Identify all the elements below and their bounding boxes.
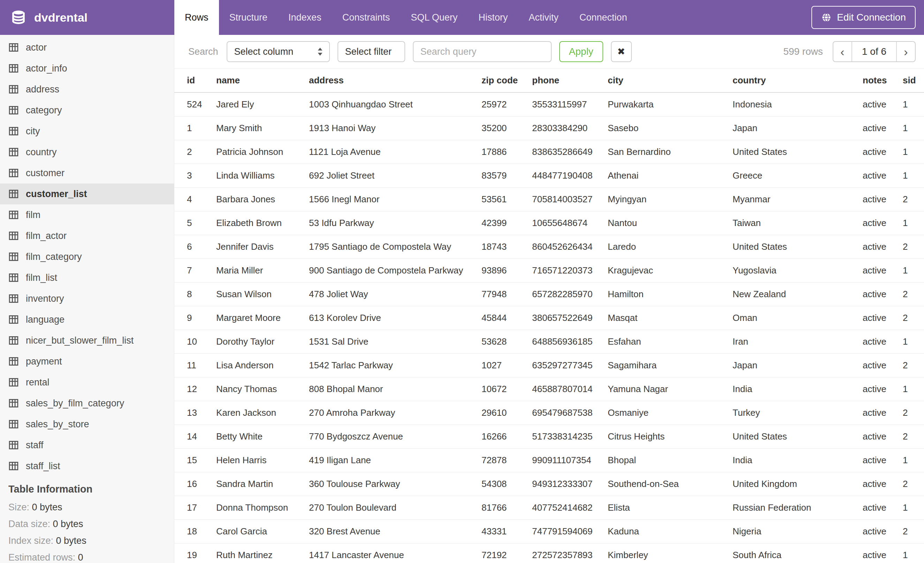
cell-name[interactable]: Carol Garcia [216,519,309,543]
column-header-zip-code[interactable]: zip code [482,69,532,92]
cell-name[interactable]: Susan Wilson [216,282,309,306]
cell-sid[interactable]: 2 [903,187,924,211]
cell-id[interactable]: 7 [174,258,216,282]
cell-country[interactable]: United States [733,425,862,448]
cell-name[interactable]: Betty White [216,425,309,448]
cell-city[interactable]: Sagamihara [608,353,733,377]
cell-zip-code[interactable]: 93896 [482,258,532,282]
cell-name[interactable]: Jared Ely [216,92,309,116]
table-row[interactable]: 16Sandra Martin360 Toulouse Parkway54308… [174,472,924,496]
cell-notes[interactable]: active [862,401,903,425]
sidebar-item-customer-list[interactable]: customer_list [0,183,174,204]
cell-notes[interactable]: active [862,448,903,472]
cell-name[interactable]: Elizabeth Brown [216,211,309,235]
cell-address[interactable]: 1542 Tarlac Parkway [309,353,482,377]
cell-zip-code[interactable]: 17886 [482,140,532,164]
cell-id[interactable]: 3 [174,164,216,187]
cell-address[interactable]: 808 Bhopal Manor [309,377,482,401]
table-row[interactable]: 3Linda Williams692 Joliet Street83579448… [174,164,924,187]
cell-phone[interactable]: 635297277345 [532,353,608,377]
cell-phone[interactable]: 380657522649 [532,306,608,330]
cell-phone[interactable]: 747791594069 [532,519,608,543]
column-header-city[interactable]: city [608,69,733,92]
sidebar-item-inventory[interactable]: inventory [0,288,174,309]
cell-name[interactable]: Patricia Johnson [216,140,309,164]
cell-notes[interactable]: active [862,258,903,282]
cell-city[interactable]: Southend-on-Sea [608,472,733,496]
cell-country[interactable]: Japan [733,353,862,377]
cell-country[interactable]: Indonesia [733,92,862,116]
cell-sid[interactable]: 1 [903,377,924,401]
cell-country[interactable]: Myanmar [733,187,862,211]
cell-country[interactable]: Iran [733,330,862,353]
cell-zip-code[interactable]: 42399 [482,211,532,235]
cell-id[interactable]: 11 [174,353,216,377]
sidebar-item-nicer-but-slower-film-list[interactable]: nicer_but_slower_film_list [0,330,174,351]
apply-button[interactable]: Apply [559,41,603,62]
cell-address[interactable]: 1121 Loja Avenue [309,140,482,164]
table-row[interactable]: 4Barbara Jones1566 Inegl Manor5356170581… [174,187,924,211]
cell-phone[interactable]: 657282285970 [532,282,608,306]
cell-address[interactable]: 770 Bydgoszcz Avenue [309,425,482,448]
cell-sid[interactable]: 1 [903,543,924,563]
cell-id[interactable]: 19 [174,543,216,563]
cell-sid[interactable]: 1 [903,448,924,472]
cell-phone[interactable]: 28303384290 [532,116,608,140]
cell-country[interactable]: Taiwan [733,211,862,235]
cell-city[interactable]: Elista [608,496,733,519]
sidebar-item-staff-list[interactable]: staff_list [0,456,174,476]
cell-city[interactable]: Kimberley [608,543,733,563]
sidebar-item-payment[interactable]: payment [0,351,174,372]
tab-constraints[interactable]: Constraints [332,0,400,35]
cell-id[interactable]: 524 [174,92,216,116]
cell-address[interactable]: 320 Brest Avenue [309,519,482,543]
cell-name[interactable]: Dorothy Taylor [216,330,309,353]
cell-phone[interactable]: 272572357893 [532,543,608,563]
cell-name[interactable]: Helen Harris [216,448,309,472]
clear-search-button[interactable]: ✖ [611,41,632,62]
cell-id[interactable]: 8 [174,282,216,306]
cell-city[interactable]: Nantou [608,211,733,235]
cell-zip-code[interactable]: 72878 [482,448,532,472]
sidebar-item-address[interactable]: address [0,79,174,100]
cell-notes[interactable]: active [862,211,903,235]
cell-city[interactable]: Masqat [608,306,733,330]
cell-country[interactable]: United States [733,140,862,164]
cell-phone[interactable]: 860452626434 [532,235,608,258]
cell-notes[interactable]: active [862,543,903,563]
cell-id[interactable]: 15 [174,448,216,472]
tab-history[interactable]: History [468,0,518,35]
cell-phone[interactable]: 407752414682 [532,496,608,519]
cell-name[interactable]: Karen Jackson [216,401,309,425]
cell-city[interactable]: Athenai [608,164,733,187]
cell-zip-code[interactable]: 10672 [482,377,532,401]
sidebar-item-rental[interactable]: rental [0,372,174,393]
cell-notes[interactable]: active [862,306,903,330]
cell-name[interactable]: Donna Thompson [216,496,309,519]
cell-country[interactable]: Greece [733,164,862,187]
sidebar-item-staff[interactable]: staff [0,435,174,456]
cell-notes[interactable]: active [862,496,903,519]
edit-connection-button[interactable]: Edit Connection [812,6,916,29]
cell-country[interactable]: Turkey [733,401,862,425]
cell-city[interactable]: Hamilton [608,282,733,306]
cell-city[interactable]: Citrus Heights [608,425,733,448]
cell-city[interactable]: Osmaniye [608,401,733,425]
cell-zip-code[interactable]: 72192 [482,543,532,563]
sidebar-item-customer[interactable]: customer [0,162,174,183]
table-row[interactable]: 13Karen Jackson270 Amroha Parkway2961069… [174,401,924,425]
table-row[interactable]: 18Carol Garcia320 Brest Avenue4333174779… [174,519,924,543]
cell-sid[interactable]: 2 [903,519,924,543]
cell-address[interactable]: 692 Joliet Street [309,164,482,187]
table-row[interactable]: 524Jared Ely1003 Qinhuangdao Street25972… [174,92,924,116]
search-query-input[interactable] [413,41,552,62]
cell-address[interactable]: 53 Idfu Parkway [309,211,482,235]
cell-name[interactable]: Barbara Jones [216,187,309,211]
cell-phone[interactable]: 838635286649 [532,140,608,164]
cell-id[interactable]: 18 [174,519,216,543]
cell-address[interactable]: 360 Toulouse Parkway [309,472,482,496]
cell-city[interactable]: Purwakarta [608,92,733,116]
sidebar-item-sales-by-store[interactable]: sales_by_store [0,414,174,435]
cell-id[interactable]: 12 [174,377,216,401]
cell-id[interactable]: 1 [174,116,216,140]
